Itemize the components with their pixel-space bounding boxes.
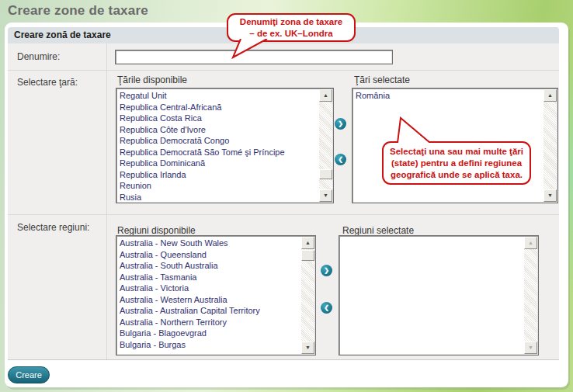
list-item[interactable]: Australia - New South Wales bbox=[118, 238, 300, 249]
scroll-up-icon: ▲ bbox=[544, 90, 556, 101]
name-label: Denumire: bbox=[17, 51, 60, 62]
chevron-left-icon: ❮ bbox=[321, 302, 332, 314]
scroll-down-button[interactable]: ▼ bbox=[319, 189, 332, 202]
move-region-right-button[interactable]: ❯ bbox=[321, 265, 332, 276]
create-tax-zone-panel: Creare zonă de taxare Denumire: Selectar… bbox=[5, 23, 568, 387]
scroll-down-icon: ▼ bbox=[544, 190, 556, 201]
available-regions-options: Australia - New South WalesAustralia - Q… bbox=[118, 238, 300, 353]
available-regions-list[interactable]: Australia - New South WalesAustralia - Q… bbox=[116, 235, 316, 356]
name-hint-line1: Denumiţi zona de taxare bbox=[228, 16, 354, 28]
list-item[interactable]: Australia - Tasmania bbox=[118, 272, 300, 283]
available-countries-label: Ţările disponibile bbox=[117, 75, 187, 85]
scroll-down-button[interactable]: ▼ bbox=[543, 189, 557, 202]
selected-regions-list[interactable]: ▲ ▼ bbox=[339, 235, 539, 356]
scroll-down-icon: ▼ bbox=[525, 342, 537, 353]
country-hint-line3: geografică unde se aplică taxa. bbox=[384, 169, 530, 181]
tax-zone-form: Denumire: Selectare ţară: Ţările disponi… bbox=[8, 43, 559, 360]
move-region-left-button[interactable]: ❮ bbox=[321, 302, 332, 314]
row-divider bbox=[8, 214, 559, 215]
move-country-right-button[interactable]: ❯ bbox=[335, 118, 346, 130]
scroll-up-button[interactable]: ▲ bbox=[543, 89, 557, 102]
available-regions-label: Regiuni disponibile bbox=[117, 225, 196, 236]
column-divider bbox=[106, 43, 107, 359]
country-hint-line1: Selectaţi una sau mai multe ţări bbox=[384, 146, 530, 158]
list-item[interactable]: Australia - Victoria bbox=[118, 283, 300, 294]
list-item[interactable]: România bbox=[354, 90, 543, 102]
page-title: Creare zone de taxare bbox=[8, 3, 148, 19]
list-item[interactable]: Australia - Australian Capital Territory bbox=[118, 305, 300, 317]
row-divider bbox=[8, 70, 559, 71]
country-hint-line2: (state) pentru a defini regiunea bbox=[384, 158, 530, 169]
list-item[interactable]: Republica Democrată São Tomé şi Príncipe bbox=[118, 147, 318, 158]
scrollbar-thumb[interactable] bbox=[301, 250, 314, 261]
selected-regions-label: Regiuni selectate bbox=[342, 225, 414, 236]
list-item[interactable]: Australia - Queensland bbox=[118, 249, 300, 261]
list-item[interactable]: Australia - Western Australia bbox=[118, 294, 300, 306]
selected-countries-label: Ţări selectate bbox=[354, 75, 410, 85]
list-item[interactable]: Republica Costa Rica bbox=[118, 113, 318, 124]
chevron-left-icon: ❮ bbox=[335, 154, 346, 165]
tooltip-tail bbox=[230, 39, 276, 61]
list-item[interactable]: Republica Dominicană bbox=[118, 158, 318, 169]
scroll-up-icon: ▲ bbox=[302, 238, 314, 248]
list-item[interactable]: Regatul Unit bbox=[118, 90, 318, 102]
list-item[interactable]: Rusia bbox=[118, 192, 318, 202]
scroll-down-icon: ▼ bbox=[302, 342, 314, 353]
region-row-label: Selectare regiuni: bbox=[17, 222, 89, 233]
scroll-up-button[interactable]: ▲ bbox=[301, 237, 314, 249]
scroll-down-button[interactable]: ▼ bbox=[301, 342, 314, 354]
scroll-up-icon: ▲ bbox=[320, 90, 332, 101]
scrollbar-thumb[interactable] bbox=[319, 169, 332, 179]
list-item[interactable]: Australia - South Australia bbox=[118, 260, 300, 272]
available-countries-options: Regatul UnitRepublica Central-AfricanăRe… bbox=[118, 90, 318, 201]
name-hint-line2: – de ex. UK–Londra bbox=[228, 28, 354, 40]
vertical-scrollbar[interactable]: ▲ ▼ bbox=[524, 237, 537, 354]
list-item[interactable]: Republica Democrată Congo bbox=[118, 135, 318, 147]
list-item[interactable]: Bulgaria - Burgas bbox=[118, 339, 300, 351]
list-item[interactable]: Bulgaria - Blagoevgrad bbox=[118, 328, 300, 339]
tooltip-tail bbox=[390, 116, 436, 143]
scroll-down-icon: ▼ bbox=[320, 190, 332, 201]
chevron-right-icon: ❯ bbox=[335, 118, 346, 130]
vertical-scrollbar[interactable]: ▲ ▼ bbox=[301, 237, 314, 354]
chevron-right-icon: ❯ bbox=[321, 265, 332, 276]
scroll-down-button: ▼ bbox=[524, 342, 537, 354]
scroll-up-icon: ▲ bbox=[525, 238, 537, 248]
name-hint-tooltip: Denumiţi zona de taxare – de ex. UK–Lond… bbox=[227, 13, 356, 42]
vertical-scrollbar[interactable]: ▲ ▼ bbox=[543, 89, 557, 202]
scroll-up-button: ▲ bbox=[524, 237, 537, 249]
move-country-left-button[interactable]: ❮ bbox=[335, 154, 346, 165]
list-item[interactable]: Republica Irlanda bbox=[118, 169, 318, 181]
scroll-up-button[interactable]: ▲ bbox=[319, 89, 332, 102]
selected-regions-options bbox=[341, 238, 523, 353]
country-row-label: Selectare ţară: bbox=[17, 77, 78, 88]
create-button[interactable]: Creare bbox=[8, 366, 50, 383]
country-hint-tooltip: Selectaţi una sau mai multe ţări (state)… bbox=[382, 141, 531, 185]
available-countries-list[interactable]: Regatul UnitRepublica Central-AfricanăRe… bbox=[116, 88, 334, 203]
vertical-scrollbar[interactable]: ▲ ▼ bbox=[319, 89, 332, 202]
list-item[interactable]: Australia - Northern Territory bbox=[118, 317, 300, 328]
list-item[interactable]: Reunion bbox=[118, 180, 318, 192]
list-item[interactable]: Republica Côte d'Ivore bbox=[118, 124, 318, 136]
list-item[interactable]: Republica Central-Africană bbox=[118, 102, 318, 113]
